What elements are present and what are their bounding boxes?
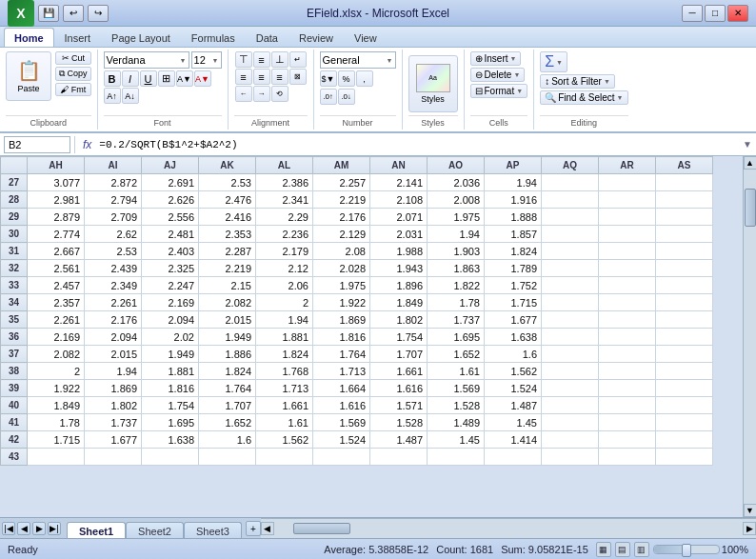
cell-r28-c3[interactable]: 2.476	[199, 191, 256, 209]
sheet-last-btn[interactable]: ▶|	[48, 522, 61, 535]
align-top-button[interactable]: ⊤	[235, 51, 252, 68]
format-button[interactable]: ⊟ Format ▼	[470, 84, 528, 98]
cell-r43-c11[interactable]	[656, 449, 713, 466]
formula-input[interactable]	[99, 136, 739, 153]
cell-r28-c4[interactable]: 2.341	[256, 191, 313, 209]
cell-r42-c6[interactable]: 1.487	[370, 431, 428, 449]
cell-r40-c10[interactable]	[599, 397, 656, 414]
cell-r36-c3[interactable]: 1.949	[199, 329, 256, 346]
formula-expand-icon[interactable]: ▼	[743, 139, 752, 150]
align-right-button[interactable]: ≡	[271, 69, 288, 85]
cell-r40-c9[interactable]	[542, 397, 599, 414]
cell-r41-c5[interactable]: 1.569	[313, 414, 370, 431]
sort-filter-button[interactable]: ↕ Sort & Filter ▼	[540, 74, 615, 89]
close-btn[interactable]: ✕	[727, 5, 748, 22]
cell-r34-c10[interactable]	[599, 294, 656, 311]
cell-r38-c10[interactable]	[599, 363, 656, 380]
cell-r43-c5[interactable]	[313, 449, 370, 466]
col-header-ak[interactable]: AK	[199, 157, 256, 174]
cell-r43-c6[interactable]	[370, 449, 428, 466]
cell-r31-c9[interactable]	[542, 243, 599, 260]
cell-r31-c2[interactable]: 2.403	[142, 243, 199, 260]
cell-r33-c9[interactable]	[542, 277, 599, 294]
cell-r28-c7[interactable]: 2.008	[428, 191, 485, 209]
cell-r40-c11[interactable]	[656, 397, 713, 414]
sheet-first-btn[interactable]: |◀	[2, 522, 15, 535]
cell-r33-c10[interactable]	[599, 277, 656, 294]
scroll-right-btn[interactable]: ▶	[743, 522, 756, 535]
cell-r27-c4[interactable]: 2.386	[256, 174, 313, 191]
styles-button[interactable]: Aa Styles	[408, 55, 458, 112]
page-layout-btn[interactable]: ▤	[615, 542, 630, 557]
orientation-button[interactable]: ⟲	[271, 86, 288, 102]
cell-r30-c2[interactable]: 2.481	[142, 226, 199, 243]
cut-button[interactable]: ✂ Cut	[55, 51, 91, 65]
cell-r28-c6[interactable]: 2.108	[370, 191, 428, 209]
cell-r38-c1[interactable]: 1.94	[85, 363, 142, 380]
cell-r32-c9[interactable]	[542, 260, 599, 277]
cell-r36-c9[interactable]	[542, 329, 599, 346]
cell-r31-c5[interactable]: 2.08	[313, 243, 370, 260]
cell-r38-c7[interactable]: 1.61	[428, 363, 485, 380]
paste-button[interactable]: 📋 Paste	[6, 51, 51, 101]
cell-r30-c4[interactable]: 2.236	[256, 226, 313, 243]
vertical-scrollbar[interactable]: ▲ ▼	[743, 156, 756, 517]
sheet-tab-1[interactable]: Sheet1	[67, 522, 126, 539]
indent-increase-button[interactable]: →	[253, 86, 270, 102]
col-header-al[interactable]: AL	[256, 157, 313, 174]
cell-r42-c7[interactable]: 1.45	[428, 431, 485, 449]
cell-r39-c1[interactable]: 1.869	[85, 380, 142, 397]
cell-r32-c3[interactable]: 2.219	[199, 260, 256, 277]
align-middle-button[interactable]: ≡	[253, 51, 270, 68]
cell-r31-c7[interactable]: 1.903	[428, 243, 485, 260]
cell-r30-c11[interactable]	[656, 226, 713, 243]
cell-r28-c5[interactable]: 2.219	[313, 191, 370, 209]
cell-r42-c3[interactable]: 1.6	[199, 431, 256, 449]
cell-r27-c1[interactable]: 2.872	[85, 174, 142, 191]
cell-r42-c10[interactable]	[599, 431, 656, 449]
cell-r39-c3[interactable]: 1.764	[199, 380, 256, 397]
cell-r29-c4[interactable]: 2.29	[256, 209, 313, 226]
cell-r34-c1[interactable]: 2.261	[85, 294, 142, 311]
cell-r33-c6[interactable]: 1.896	[370, 277, 428, 294]
cell-r41-c8[interactable]: 1.45	[485, 414, 542, 431]
cell-r40-c7[interactable]: 1.528	[428, 397, 485, 414]
zoom-slider-track[interactable]	[653, 545, 720, 554]
cell-r36-c1[interactable]: 2.094	[85, 329, 142, 346]
cell-r38-c9[interactable]	[542, 363, 599, 380]
tab-home[interactable]: Home	[4, 28, 54, 47]
decrease-size-button[interactable]: A↓	[122, 88, 139, 104]
cell-r36-c10[interactable]	[599, 329, 656, 346]
cell-r29-c8[interactable]: 1.888	[485, 209, 542, 226]
cell-r32-c0[interactable]: 2.561	[28, 260, 85, 277]
col-header-ai[interactable]: AI	[85, 157, 142, 174]
insert-button[interactable]: ⊕ Insert ▼	[470, 51, 522, 66]
cell-reference-box[interactable]: B2	[4, 136, 70, 153]
cell-r38-c6[interactable]: 1.661	[370, 363, 428, 380]
cell-r29-c6[interactable]: 2.071	[370, 209, 428, 226]
tab-data[interactable]: Data	[246, 28, 288, 47]
cell-r27-c9[interactable]	[542, 174, 599, 191]
cell-r42-c1[interactable]: 1.677	[85, 431, 142, 449]
cell-r27-c10[interactable]	[599, 174, 656, 191]
h-scroll-thumb[interactable]	[293, 523, 350, 534]
cell-r27-c11[interactable]	[656, 174, 713, 191]
sheet-next-btn[interactable]: ▶	[32, 522, 46, 535]
cell-r32-c5[interactable]: 2.028	[313, 260, 370, 277]
col-header-an[interactable]: AN	[370, 157, 428, 174]
cell-r42-c5[interactable]: 1.524	[313, 431, 370, 449]
col-header-ar[interactable]: AR	[599, 157, 656, 174]
cell-r35-c11[interactable]	[656, 311, 713, 329]
tab-insert[interactable]: Insert	[54, 28, 102, 47]
underline-button[interactable]: U	[140, 70, 157, 87]
cell-r37-c11[interactable]	[656, 346, 713, 363]
sheet-prev-btn[interactable]: ◀	[17, 522, 30, 535]
cell-r42-c2[interactable]: 1.638	[142, 431, 199, 449]
cell-r30-c7[interactable]: 1.94	[428, 226, 485, 243]
cell-r38-c0[interactable]: 2	[28, 363, 85, 380]
col-header-am[interactable]: AM	[313, 157, 370, 174]
wrap-text-button[interactable]: ↵	[289, 51, 307, 68]
align-bottom-button[interactable]: ⊥	[271, 51, 288, 68]
cell-r38-c8[interactable]: 1.562	[485, 363, 542, 380]
save-quick-btn[interactable]: 💾	[38, 5, 59, 22]
